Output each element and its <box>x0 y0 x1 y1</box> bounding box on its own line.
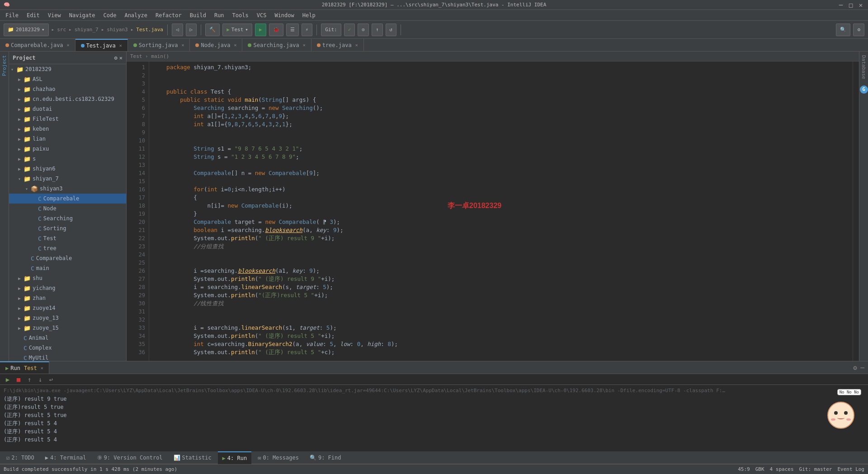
settings-icon-run[interactable]: ⚙ <box>853 364 857 371</box>
menu-view[interactable]: View <box>44 11 65 19</box>
database-icon[interactable]: Database <box>861 53 867 81</box>
code-editor[interactable]: package shiyan_7.shiyan3; public class T… <box>149 62 853 361</box>
bt-messages[interactable]: ✉ 0: Messages <box>253 451 303 464</box>
rerun-button[interactable]: ▶ <box>4 375 12 384</box>
tree-item-main[interactable]: C main <box>9 263 126 273</box>
tab-close-node[interactable]: ✕ <box>234 43 236 47</box>
tab-close-sorting[interactable]: ✕ <box>181 43 184 47</box>
cursor-position[interactable]: 45:9 <box>738 466 750 472</box>
tree-item-duotai[interactable]: ▶ 📁 duotai <box>9 104 126 114</box>
tab-run[interactable]: ▶ Run Test ✕ <box>0 361 49 374</box>
tree-item-sorting[interactable]: C Sorting <box>9 223 126 233</box>
menu-vcs[interactable]: VCS <box>253 11 270 19</box>
bt-terminal[interactable]: ▶ 4: Terminal <box>41 451 91 464</box>
tree-item-zuoye13[interactable]: ▶ 📁 zuoye_13 <box>9 313 126 323</box>
tab-sorting[interactable]: Sorting.java ✕ <box>128 39 190 51</box>
maximize-button[interactable]: □ <box>847 1 854 9</box>
toolbar-back-button[interactable]: ◁ <box>172 24 183 36</box>
menu-refactor[interactable]: Refactor <box>152 11 185 19</box>
close-panel-icon[interactable]: ✕ <box>119 55 123 61</box>
git-branch-label[interactable]: Git: master <box>799 466 832 472</box>
menu-run[interactable]: Run <box>211 11 228 19</box>
tree-item-yichang[interactable]: ▶ 📁 yichang <box>9 283 126 293</box>
tree-item-complex[interactable]: C Complex <box>9 343 126 353</box>
menu-analyze[interactable]: Analyze <box>121 11 151 19</box>
event-log-label[interactable]: Event Log <box>837 466 864 472</box>
bt-statistic[interactable]: 📊 Statistic <box>169 451 216 464</box>
bt-run[interactable]: ▶ 4: Run <box>218 451 252 464</box>
tab-searching[interactable]: Searching.java ✕ <box>242 39 311 51</box>
encoding-label[interactable]: GBK <box>755 466 764 472</box>
tree-item-searching[interactable]: C Searching <box>9 213 126 223</box>
debug-button[interactable]: 🐞 <box>269 24 283 36</box>
minimize-button[interactable]: ─ <box>837 1 844 9</box>
run-config-selector[interactable]: ▶ Test ▾ <box>222 24 252 36</box>
tree-item-shiyan6[interactable]: ▶ 📁 shiyan6 <box>9 164 126 174</box>
wrap-output-button[interactable]: ↩ <box>47 375 55 384</box>
tree-item-root[interactable]: ▾ 📁 20182329 <box>9 64 126 74</box>
run-button[interactable]: ▶ <box>255 24 266 36</box>
tab-close-searching[interactable]: ✕ <box>303 43 306 47</box>
search-everywhere-button[interactable]: 🔍 <box>836 24 850 36</box>
tree-item-cn[interactable]: ▶ 📁 cn.edu.besti.cs1823.G2329 <box>9 94 126 104</box>
tree-item-myutil[interactable]: C MyUtil <box>9 353 126 361</box>
tree-item-animal[interactable]: C Animal <box>9 333 126 343</box>
minimize-icon-run[interactable]: ─ <box>861 364 864 371</box>
tab-test[interactable]: Test.java ✕ <box>75 39 128 51</box>
bt-todo[interactable]: ☑ 2: TODO <box>2 451 39 464</box>
bt-versioncontrol[interactable]: ⑨ 9: Version Control <box>93 451 167 464</box>
gear-icon-panel[interactable]: ⚙ <box>114 55 118 61</box>
tree-item-shiyan7[interactable]: ▾ 📁 shiyan_7 <box>9 174 126 184</box>
toolbar-forward-button[interactable]: ▷ <box>186 24 197 36</box>
scroll-up-button[interactable]: ↑ <box>25 375 33 384</box>
vcs-commit-button[interactable]: ⊙ <box>358 24 369 36</box>
menu-navigate[interactable]: Navigate <box>66 11 99 19</box>
menu-build[interactable]: Build <box>186 11 210 19</box>
menu-help[interactable]: Help <box>299 11 319 19</box>
g-icon[interactable]: G <box>860 85 868 94</box>
vcs-update-button[interactable]: ✓ <box>344 24 355 36</box>
menu-edit[interactable]: Edit <box>23 11 43 19</box>
tab-close-tree[interactable]: ✕ <box>355 43 358 47</box>
tree-item-asl[interactable]: ▶ 📁 ASL <box>9 74 126 84</box>
tab-run-close[interactable]: ✕ <box>41 365 43 370</box>
tree-item-paixu[interactable]: ▶ 📁 paixu <box>9 144 126 154</box>
close-button[interactable]: ✕ <box>857 1 864 9</box>
project-tree[interactable]: ▾ 📁 20182329 ▶ 📁 ASL ▶ 📁 chazhao ▶ 📁 cn.… <box>9 64 126 361</box>
tree-item-comparebale2[interactable]: C Comparebale <box>9 253 126 263</box>
tree-item-shu[interactable]: ▶ 📁 shu <box>9 273 126 283</box>
menu-tools[interactable]: Tools <box>229 11 252 19</box>
tree-item-node[interactable]: C Node <box>9 204 126 213</box>
menu-window[interactable]: Window <box>271 11 297 19</box>
stop-button[interactable]: ■ <box>14 375 23 384</box>
tab-comparebale[interactable]: Comparebale.java ✕ <box>0 39 75 51</box>
git-button[interactable]: Git: <box>321 24 341 36</box>
tree-item-test[interactable]: C Test <box>9 233 126 243</box>
tree-item-shiyan3[interactable]: ▾ 📦 shiyan3 <box>9 184 126 194</box>
tree-item-zuoye15[interactable]: ▶ 📁 zuoye_15 <box>9 323 126 333</box>
tab-close-comparebale[interactable]: ✕ <box>67 43 70 47</box>
indent-label[interactable]: 4 spaces <box>770 466 794 472</box>
vcs-push-button[interactable]: ↑ <box>372 24 383 36</box>
menu-file[interactable]: File <box>2 11 22 19</box>
tree-item-tree[interactable]: C tree <box>9 243 126 253</box>
bt-find[interactable]: 🔍 9: Find <box>305 451 346 464</box>
undo-button[interactable]: ↺ <box>386 24 397 36</box>
tab-node[interactable]: Node.java ✕ <box>190 39 242 51</box>
tree-item-zhan[interactable]: ▶ 📁 zhan <box>9 293 126 303</box>
tree-item-chazhao[interactable]: ▶ 📁 chazhao <box>9 84 126 94</box>
project-button[interactable]: 📁 20182329 ▾ <box>4 24 49 36</box>
project-tool-icon[interactable]: Project <box>1 53 7 78</box>
tree-item-filetest[interactable]: ▶ 📁 FileTest <box>9 114 126 124</box>
settings-button[interactable]: ⚙ <box>853 24 864 36</box>
coverage-button[interactable]: ☰ <box>286 24 299 36</box>
tree-item-zuoye14[interactable]: ▶ 📁 zuoye14 <box>9 303 126 313</box>
scroll-down-button[interactable]: ↓ <box>36 375 44 384</box>
tree-item-comparebale[interactable]: C Comparebale <box>9 194 126 204</box>
build-button[interactable]: 🔨 <box>205 24 220 36</box>
profile-button[interactable]: ⚡ <box>302 24 313 36</box>
menu-code[interactable]: Code <box>100 11 120 19</box>
tab-tree[interactable]: tree.java ✕ <box>311 39 364 51</box>
tree-item-keben[interactable]: ▶ 📁 keben <box>9 124 126 134</box>
tree-item-lian[interactable]: ▶ 📁 lian <box>9 134 126 144</box>
